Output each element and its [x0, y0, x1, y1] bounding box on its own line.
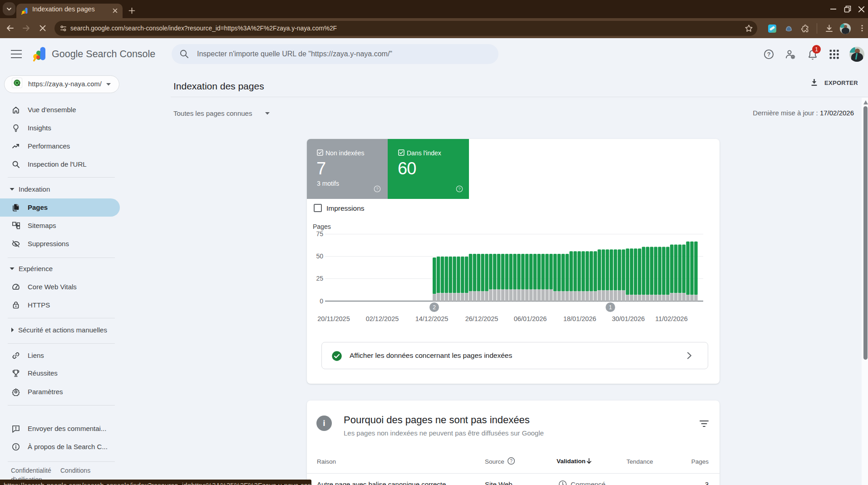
svg-text:?: ?: [376, 186, 378, 191]
svg-text:?: ?: [510, 459, 513, 464]
svg-text:?: ?: [458, 186, 460, 191]
svg-text:?: ?: [767, 51, 771, 58]
